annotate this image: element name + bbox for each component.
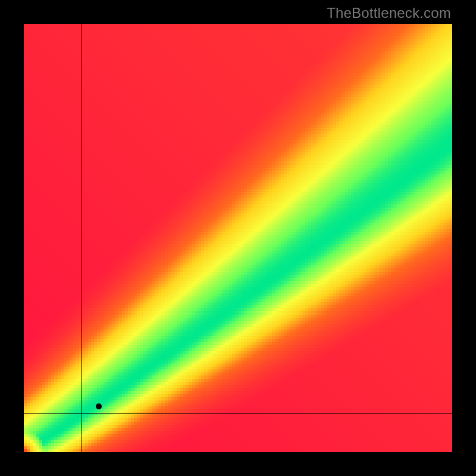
watermark-label: TheBottleneck.com (327, 5, 451, 21)
chart-frame: TheBottleneck.com (0, 0, 476, 476)
heatmap-canvas (24, 24, 452, 452)
heatmap-plot (24, 24, 452, 452)
